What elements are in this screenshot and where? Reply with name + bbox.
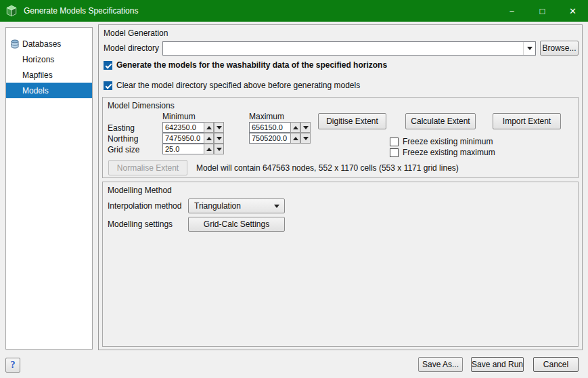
help-button[interactable]: ?	[5, 358, 20, 373]
washability-checkbox-row[interactable]: Generate the models for the washability …	[104, 60, 387, 70]
chevron-down-icon[interactable]	[523, 42, 535, 55]
clear-directory-checkbox-row[interactable]: Clear the model directory specified abov…	[104, 81, 360, 90]
save-and-run-button[interactable]: Save and Run	[471, 357, 524, 372]
spin-down-icon[interactable]	[300, 133, 311, 144]
northing-min-input[interactable]	[162, 133, 204, 144]
save-as-button[interactable]: Save As...	[418, 357, 463, 372]
model-directory-label: Model directory	[104, 43, 159, 53]
spin-up-icon[interactable]	[204, 144, 214, 154]
clear-directory-checkbox-label: Clear the model directory specified abov…	[116, 81, 360, 90]
easting-min-input[interactable]	[162, 122, 204, 133]
freeze-maximum-checkbox[interactable]	[390, 148, 399, 157]
sidebar-item-databases[interactable]: Databases	[6, 36, 92, 51]
interpolation-method-label: Interpolation method	[108, 201, 181, 211]
sidebar-item-label: Horizons	[22, 55, 54, 64]
calculate-extent-button[interactable]: Calculate Extent	[405, 113, 476, 129]
normalise-extent-button: Normalise Extent	[108, 160, 187, 175]
freeze-maximum-label: Freeze existing maximum	[403, 148, 495, 157]
sidebar-item-horizons[interactable]: Horizons	[6, 51, 92, 67]
modelling-settings-label: Modelling settings	[108, 219, 173, 229]
sidebar-item-models[interactable]: Models	[6, 83, 92, 98]
browse-button[interactable]: Browse...	[540, 41, 579, 56]
spin-down-icon[interactable]	[300, 122, 311, 133]
sidebar: Databases Horizons Mapfiles Models	[5, 27, 93, 350]
chevron-down-icon	[274, 205, 279, 208]
sidebar-item-label: Databases	[22, 39, 61, 49]
washability-checkbox[interactable]	[104, 61, 112, 70]
easting-label: Easting	[108, 123, 135, 133]
sidebar-item-label: Mapfiles	[22, 70, 53, 80]
spin-up-icon[interactable]	[204, 133, 214, 144]
freeze-maximum-checkbox-row[interactable]: Freeze existing maximum	[390, 148, 495, 157]
minimize-icon[interactable]: −	[497, 0, 527, 22]
main-panel: Model Generation Model directory Browse.…	[98, 24, 583, 350]
title-bar: Generate Models Specifications − □ ✕	[0, 0, 588, 22]
interpolation-method-dropdown[interactable]: Triangulation	[188, 198, 285, 213]
northing-max-input[interactable]	[249, 133, 291, 144]
grid-size-input[interactable]	[162, 144, 204, 154]
import-extent-button[interactable]: Import Extent	[493, 113, 561, 129]
spin-up-icon[interactable]	[204, 122, 214, 133]
window-title: Generate Models Specifications	[24, 6, 138, 16]
window-controls: − □ ✕	[497, 0, 588, 22]
spin-down-icon[interactable]	[214, 122, 224, 133]
spin-up-icon[interactable]	[290, 122, 300, 133]
northing-label: Northing	[108, 134, 138, 144]
sidebar-item-mapfiles[interactable]: Mapfiles	[6, 67, 92, 83]
maximum-header: Maximum	[249, 112, 284, 121]
model-summary-text: Model will contain 647563 nodes, 552 x 1…	[196, 163, 459, 173]
maximize-icon[interactable]: □	[527, 0, 558, 22]
cancel-button[interactable]: Cancel	[533, 357, 579, 372]
spin-down-icon[interactable]	[214, 144, 224, 154]
spin-up-icon[interactable]	[290, 133, 300, 144]
washability-checkbox-label: Generate the models for the washability …	[116, 60, 387, 70]
clear-directory-checkbox[interactable]	[104, 81, 112, 90]
model-dimensions-title: Model Dimensions	[108, 101, 175, 110]
modelling-method-title: Modelling Method	[108, 186, 172, 195]
model-dimensions-group: Model Dimensions Minimum Maximum Easting…	[102, 97, 579, 178]
grid-calc-settings-button[interactable]: Grid-Calc Settings	[188, 217, 285, 232]
grid-size-label: Grid size	[108, 145, 139, 154]
minimum-header: Minimum	[162, 112, 196, 121]
spin-down-icon[interactable]	[214, 133, 224, 144]
model-directory-combobox[interactable]	[162, 41, 536, 56]
close-icon[interactable]: ✕	[558, 0, 588, 22]
easting-max-input[interactable]	[249, 122, 291, 133]
model-directory-input[interactable]	[163, 42, 523, 55]
digitise-extent-button[interactable]: Digitise Extent	[318, 113, 386, 129]
freeze-minimum-label: Freeze existing minimum	[403, 137, 493, 146]
model-generation-title: Model Generation	[104, 28, 168, 38]
app-icon	[5, 5, 18, 17]
freeze-minimum-checkbox[interactable]	[390, 138, 399, 146]
sidebar-item-label: Models	[22, 86, 49, 96]
question-mark-icon: ?	[11, 360, 16, 371]
modelling-method-group: Modelling Method Interpolation method Tr…	[102, 182, 579, 347]
freeze-minimum-checkbox-row[interactable]: Freeze existing minimum	[390, 137, 493, 146]
database-icon	[10, 39, 20, 49]
interpolation-method-value: Triangulation	[194, 201, 241, 211]
